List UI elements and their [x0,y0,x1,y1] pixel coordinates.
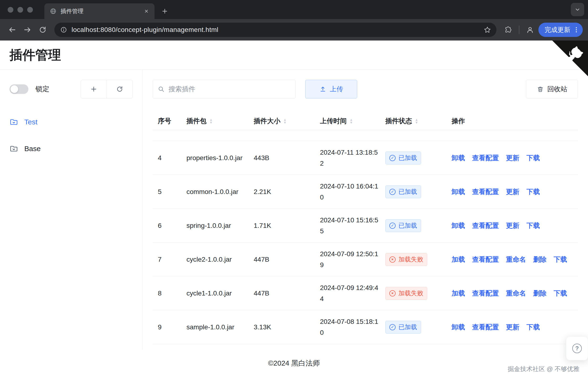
tab-favicon-globe-icon [50,8,57,15]
browser-toolbar: localhost:8080/concept-plugin/management… [0,19,588,40]
table-row: 4 properties-1.0.0.jar 443B 2024-07-11 1… [153,141,578,175]
column-header: 上传时间▲▼ [320,117,385,126]
table-row: 9 sample-1.0.0.jar 3.13K 2024-07-08 15:1… [153,310,578,344]
action-link[interactable]: 下载 [527,153,540,163]
action-link[interactable]: 卸载 [452,323,465,332]
window-minimize-button[interactable] [17,7,23,13]
action-link[interactable]: 更新 [506,153,519,163]
site-info-icon[interactable] [60,26,67,33]
upload-time: 2024-07-09 12:50:19 [320,248,385,271]
menu-kebab-icon[interactable] [572,24,580,36]
bookmark-star-icon[interactable] [484,26,491,34]
row-actions: 卸载查看配置更新下载 [452,221,578,230]
upload-button-label: 上传 [330,85,343,94]
back-button[interactable] [5,23,19,37]
sidebar-group-item[interactable]: Test [10,116,133,128]
extensions-puzzle-icon[interactable] [501,23,515,37]
action-link[interactable]: 卸载 [452,187,465,196]
action-link[interactable]: 更新 [506,221,519,230]
action-link[interactable]: 删除 [533,255,547,264]
search-input[interactable] [168,85,291,93]
status-badge: × 加载失败 [385,287,427,300]
action-link[interactable]: 下载 [554,289,567,298]
row-index: 9 [158,323,186,331]
browser-tab[interactable]: 插件管理 [44,3,155,19]
row-actions: 卸载查看配置更新下载 [452,153,578,163]
status-label: 已加载 [398,323,417,331]
reload-button[interactable] [36,23,50,37]
column-header: 操作 [452,117,578,126]
sidebar-button-group [81,80,133,98]
action-link[interactable]: 查看配置 [472,221,499,230]
action-link[interactable]: 卸载 [452,153,465,163]
address-bar[interactable]: localhost:8080/concept-plugin/management… [54,23,496,37]
toolbar-divider [519,25,519,34]
status-badge: ✓ 已加载 [385,152,421,165]
plugin-size: 447B [254,290,320,297]
plugin-size: 2.21K [254,188,320,196]
help-button[interactable]: ? [566,337,588,360]
action-link[interactable]: 查看配置 [472,255,499,264]
action-link[interactable]: 加载 [452,289,465,298]
upload-time: 2024-07-09 12:49:44 [320,283,385,304]
page-header: 插件管理 [0,40,588,70]
action-link[interactable]: 查看配置 [472,289,499,298]
action-link[interactable]: 重命名 [506,255,526,264]
plugin-name: sample-1.0.0.jar [186,322,254,333]
plugin-name: cycle1-1.0.0.jar [186,288,254,299]
sort-toggle[interactable]: ▲▼ [349,118,353,124]
action-link[interactable]: 重命名 [506,289,526,298]
forward-button[interactable] [21,23,34,37]
plugin-table: 序号插件包▲▼插件大小▲▼上传时间▲▼插件状态▲▼操作 4 properties… [153,112,578,344]
action-link[interactable]: 更新 [506,187,519,196]
action-link[interactable]: 查看配置 [472,323,499,332]
action-link[interactable]: 查看配置 [472,187,499,196]
action-link[interactable]: 更新 [506,323,519,332]
action-link[interactable]: 卸载 [452,221,465,230]
github-corner-icon[interactable] [552,40,588,76]
tab-strip: 插件管理 [0,0,588,19]
table-row: 6 spring-1.0.0.jar 1.71K 2024-07-10 15:1… [153,209,578,243]
row-actions: 加载查看配置重命名删除下载 [452,289,578,298]
lock-toggle-label: 锁定 [36,84,49,94]
add-group-button[interactable] [81,80,107,98]
tab-list-chevron-button[interactable] [571,3,584,16]
sidebar-group-label: Test [24,118,37,126]
update-browser-button[interactable]: 完成更新 [538,23,583,37]
status-icon: ✓ [389,223,396,229]
window-close-button[interactable] [8,7,13,13]
status-badge: ✓ 已加载 [385,219,421,232]
new-tab-button[interactable] [159,5,171,17]
action-link[interactable]: 删除 [533,289,547,298]
status-icon: × [389,256,396,263]
sort-toggle[interactable]: ▲▼ [283,118,287,124]
action-link[interactable]: 加载 [452,255,465,264]
status-badge: ✓ 已加载 [385,185,421,198]
lock-toggle[interactable] [10,84,28,94]
column-header: 插件包▲▼ [186,117,254,126]
window-zoom-button[interactable] [27,7,33,13]
action-link[interactable]: 下载 [527,187,540,196]
sort-toggle[interactable]: ▲▼ [209,118,213,124]
sidebar-group-item[interactable]: Base [10,143,133,155]
tab-close-icon[interactable] [142,7,151,15]
action-link[interactable]: 下载 [554,255,567,264]
folder-icon [10,144,18,153]
refresh-groups-button[interactable] [107,80,133,98]
profile-avatar-icon[interactable] [523,23,537,37]
action-link[interactable]: 下载 [527,323,540,332]
action-link[interactable]: 查看配置 [472,153,499,163]
row-index: 8 [158,290,186,297]
status-label: 已加载 [398,221,417,230]
row-index: 7 [158,256,186,263]
url-text[interactable]: localhost:8080/concept-plugin/management… [72,26,479,34]
status-label: 加载失败 [398,289,423,297]
plugin-size: 3.13K [254,323,320,331]
sort-toggle[interactable]: ▲▼ [415,118,418,124]
sidebar-tree: Test Base [10,116,133,155]
window-controls [8,7,33,13]
action-link[interactable]: 下载 [527,221,540,230]
recycle-bin-button[interactable]: 回收站 [526,80,578,98]
upload-button[interactable]: 上传 [305,80,357,98]
row-index: 6 [158,222,186,229]
